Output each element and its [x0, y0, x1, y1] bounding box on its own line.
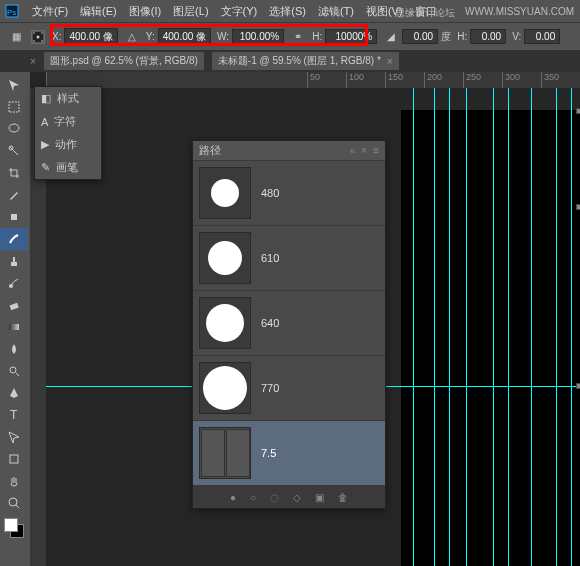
panel-title-bar[interactable]: 路径 «×≡ [193, 141, 385, 161]
foreground-swatch[interactable] [4, 518, 18, 532]
hand-tool[interactable] [0, 470, 28, 492]
pen-tool[interactable] [0, 382, 28, 404]
tab-doc-2[interactable]: 未标题-1 @ 59.5% (图层 1, RGB/8) *× [212, 52, 399, 70]
menu-filter[interactable]: 滤镜(T) [318, 4, 354, 19]
x-input[interactable]: 400.00 像 [64, 28, 117, 46]
shape-tool[interactable] [0, 448, 28, 470]
ruler-mark: 150 [385, 72, 424, 88]
guide-vertical[interactable] [449, 88, 450, 566]
paths-list: 480 610 640 770 7.5 [193, 161, 385, 486]
guide-vertical[interactable] [531, 88, 532, 566]
rotate-input[interactable]: 0.00 [402, 29, 438, 44]
menu-layer[interactable]: 图层(L) [173, 4, 208, 19]
h-input[interactable]: 10000% [325, 29, 377, 44]
path-label: 480 [261, 187, 279, 199]
guide-vertical[interactable] [493, 88, 494, 566]
path-item[interactable]: 770 [193, 356, 385, 421]
zoom-tool[interactable] [0, 492, 28, 514]
tab-doc-1[interactable]: 圆形.psd @ 62.5% (背景, RGB/8) [44, 52, 204, 70]
guide-vertical[interactable] [571, 88, 572, 566]
eyedropper-tool[interactable] [0, 184, 28, 206]
transform-icon[interactable]: ▦ [8, 29, 24, 45]
panel-item-label: 样式 [57, 91, 79, 106]
path-select-tool[interactable] [0, 426, 28, 448]
path-item[interactable]: 7.5 [193, 421, 385, 486]
transform-handle[interactable] [576, 204, 580, 210]
path-item[interactable]: 480 [193, 161, 385, 226]
stamp-tool[interactable] [0, 250, 28, 272]
guide-vertical[interactable] [434, 88, 435, 566]
close-icon[interactable]: × [361, 145, 367, 156]
brush-tool[interactable] [0, 228, 28, 250]
make-workpath-icon[interactable]: ◇ [293, 492, 301, 503]
svg-point-17 [10, 367, 16, 373]
menu-select[interactable]: 选择(S) [269, 4, 306, 19]
path-item[interactable]: 610 [193, 226, 385, 291]
crop-tool[interactable] [0, 162, 28, 184]
menu-image[interactable]: 图像(I) [129, 4, 161, 19]
panel-shortcuts[interactable]: ◧样式 A字符 ▶动作 ✎画笔 [34, 86, 102, 180]
svg-text:T: T [10, 408, 18, 422]
transform-handle[interactable] [576, 108, 580, 114]
move-tool[interactable] [0, 74, 28, 96]
w-input[interactable]: 100.00% [232, 29, 284, 44]
wand-tool[interactable] [0, 140, 28, 162]
menu-icon[interactable]: ≡ [373, 145, 379, 156]
gradient-tool[interactable] [0, 316, 28, 338]
collapse-icon[interactable]: « [350, 145, 356, 156]
heal-tool[interactable] [0, 206, 28, 228]
watermark-text-2: WWW.MISSYUAN.COM [465, 6, 574, 20]
dodge-tool[interactable] [0, 360, 28, 382]
panel-item-brushes[interactable]: ✎画笔 [35, 156, 101, 179]
guide-vertical[interactable] [556, 88, 557, 566]
fill-path-icon[interactable]: ● [230, 492, 236, 503]
panel-item-label: 动作 [55, 137, 77, 152]
svg-point-3 [37, 35, 40, 38]
delete-path-icon[interactable]: 🗑 [338, 492, 348, 503]
menu-file[interactable]: 文件(F) [32, 4, 68, 19]
ruler-horizontal[interactable]: 50 100 150 200 250 300 350 [46, 72, 580, 88]
history-brush-tool[interactable] [0, 272, 28, 294]
svg-rect-12 [11, 262, 17, 266]
ruler-mark: 300 [502, 72, 541, 88]
stroke-path-icon[interactable]: ○ [250, 492, 256, 503]
lasso-tool[interactable] [0, 118, 28, 140]
panel-title-label: 路径 [199, 143, 221, 158]
ruler-mark: 200 [424, 72, 463, 88]
close-icon[interactable]: × [387, 56, 393, 67]
panel-paths[interactable]: 路径 «×≡ 480 610 640 770 7.5 ● ○ ◌ ◇ ▣ 🗑 [192, 140, 386, 509]
tool-bar: T [0, 72, 30, 566]
blur-tool[interactable] [0, 338, 28, 360]
eraser-tool[interactable] [0, 294, 28, 316]
brush-icon: ✎ [41, 161, 50, 174]
panel-item-label: 画笔 [56, 160, 78, 175]
path-item[interactable]: 640 [193, 291, 385, 356]
skew-v-input[interactable]: 0.00 [524, 29, 560, 44]
guide-vertical[interactable] [413, 88, 414, 566]
menu-edit[interactable]: 编辑(E) [80, 4, 117, 19]
color-swatches[interactable] [4, 518, 26, 540]
svg-rect-19 [10, 455, 18, 463]
degree-label: 度 [441, 30, 451, 44]
new-path-icon[interactable]: ▣ [315, 492, 324, 503]
path-thumb [199, 297, 251, 349]
reference-point-icon[interactable] [30, 29, 46, 45]
panel-item-actions[interactable]: ▶动作 [35, 133, 101, 156]
svg-rect-8 [9, 102, 19, 112]
guide-vertical[interactable] [508, 88, 509, 566]
menu-type[interactable]: 文字(Y) [221, 4, 258, 19]
load-selection-icon[interactable]: ◌ [270, 492, 279, 503]
path-thumb [199, 232, 251, 284]
watermark: 思缘设计论坛 WWW.MISSYUAN.COM [395, 6, 574, 20]
y-input[interactable]: 400.00 像 [158, 28, 211, 46]
panel-item-styles[interactable]: ◧样式 [35, 87, 101, 110]
swap-xy-icon[interactable]: △ [124, 29, 140, 45]
document-tabs: × 圆形.psd @ 62.5% (背景, RGB/8) 未标题-1 @ 59.… [0, 50, 580, 72]
type-tool[interactable]: T [0, 404, 28, 426]
panel-item-character[interactable]: A字符 [35, 110, 101, 133]
skew-h-input[interactable]: 0.00 [470, 29, 506, 44]
transform-handle[interactable] [576, 383, 580, 389]
marquee-tool[interactable] [0, 96, 28, 118]
link-icon[interactable]: ⚭ [290, 29, 306, 45]
guide-vertical[interactable] [466, 88, 467, 566]
